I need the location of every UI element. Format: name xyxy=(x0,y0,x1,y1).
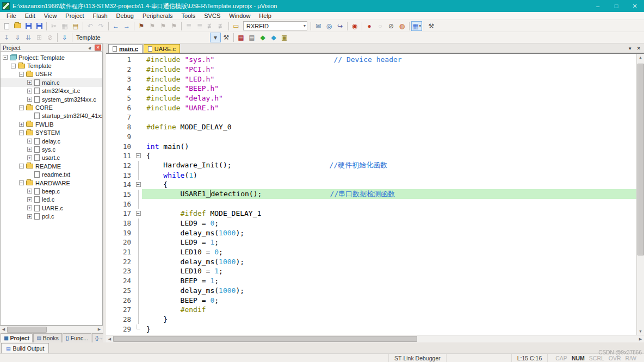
expand-icon[interactable]: + xyxy=(27,80,32,85)
new-file-icon[interactable] xyxy=(1,21,12,31)
package-icon[interactable]: ▣ xyxy=(279,33,290,42)
save-all-icon[interactable] xyxy=(34,21,45,31)
undo-icon[interactable]: ↶ xyxy=(85,21,96,31)
scroll-thumb[interactable] xyxy=(7,327,47,333)
code-line[interactable]: 17− #ifdef MODE_DELAY_1 xyxy=(106,209,636,219)
tree-item[interactable]: −Template xyxy=(1,61,102,70)
tree-item[interactable]: +system_stm32f4xx.c xyxy=(1,95,102,103)
tab-list-dropdown-icon[interactable]: ▾ xyxy=(629,46,631,51)
tree-item[interactable]: +main.c xyxy=(1,78,102,86)
editor-tab-uare-c[interactable]: UARE.c xyxy=(144,44,180,53)
code-line[interactable]: 13 while(1) xyxy=(106,170,636,180)
find-document-icon[interactable]: ◎ xyxy=(324,21,335,31)
find-icon[interactable]: ◉ xyxy=(349,21,360,31)
redo-icon[interactable]: ↷ xyxy=(96,21,107,31)
pack-installer-icon[interactable]: ◆ xyxy=(257,33,268,42)
code-line[interactable]: 24 BEEP = 1; xyxy=(106,276,636,286)
tree-item[interactable]: +usart.c xyxy=(1,154,102,162)
editor-tab-main-c[interactable]: main.c xyxy=(108,44,143,53)
code-line[interactable]: 11−{ xyxy=(106,151,636,161)
flash-download-icon[interactable]: ⇩ xyxy=(59,33,70,42)
tab-project[interactable]: ▦Project xyxy=(1,333,33,342)
code-line[interactable]: 12 Hardware_Init(); //硬件初始化函数 xyxy=(106,161,636,171)
minimize-button[interactable]: – xyxy=(589,0,607,12)
target-select-combo[interactable]: Template xyxy=(74,33,210,42)
expand-icon[interactable]: + xyxy=(27,205,32,210)
menu-flash[interactable]: Flash xyxy=(89,13,112,19)
tab-func[interactable]: {}Func... xyxy=(63,333,91,342)
code-line[interactable]: 14− { xyxy=(106,180,636,190)
fold-collapse-icon[interactable]: − xyxy=(136,153,141,158)
manage-rte-icon[interactable]: ▦ xyxy=(236,33,246,42)
menu-window[interactable]: Window xyxy=(225,13,255,19)
expand-icon[interactable]: + xyxy=(19,122,24,127)
code-line[interactable]: 3#include "LED.h" xyxy=(106,74,636,84)
expand-icon[interactable]: + xyxy=(27,139,32,143)
comment-selection-icon[interactable]: ≢ xyxy=(205,21,216,31)
code-line[interactable]: 27 #endif xyxy=(106,305,636,315)
maximize-button[interactable]: □ xyxy=(607,0,626,12)
code-line[interactable]: 16 xyxy=(106,199,636,209)
tree-item[interactable]: +stm32f4xx_it.c xyxy=(1,87,102,95)
code-line[interactable]: 25 delay_ms(1000); xyxy=(106,286,636,296)
stop-build-icon[interactable]: ⊘ xyxy=(45,33,55,42)
tree-item[interactable]: −Project: Template xyxy=(1,53,102,61)
tree-horizontal-scrollbar[interactable]: ◀ ▶ xyxy=(0,326,103,333)
tree-item[interactable]: +FWLIB xyxy=(1,120,102,128)
menu-svcs[interactable]: SVCS xyxy=(200,13,225,19)
scroll-thumb[interactable] xyxy=(637,64,644,256)
find-in-files-icon[interactable]: ✉ xyxy=(313,21,324,31)
save-icon[interactable] xyxy=(23,21,34,31)
code-editor[interactable]: 1#include "sys.h" // Device header2#incl… xyxy=(106,54,636,335)
menu-view[interactable]: View xyxy=(40,13,61,19)
scroll-left-icon[interactable]: ◀ xyxy=(106,336,113,342)
scroll-up-icon[interactable]: ▲ xyxy=(637,54,644,61)
code-line[interactable]: 1#include "sys.h" // Device header xyxy=(106,55,636,65)
tab-build-output[interactable]: ▤ Build Output xyxy=(1,343,49,353)
fold-margin[interactable]: − xyxy=(134,211,142,216)
toggle-bookmark-icon[interactable]: ⚑ xyxy=(136,21,147,31)
code-line[interactable]: 8#define MODE_DELAY_0 xyxy=(106,122,636,132)
menu-edit[interactable]: Edit xyxy=(21,13,40,19)
comment-icon[interactable]: ▭ xyxy=(231,21,242,31)
find-text-combo[interactable]: RXRFID▾ xyxy=(243,21,307,30)
navigate-forward-icon[interactable]: → xyxy=(121,21,132,31)
file-extensions-icon[interactable]: ▤ xyxy=(246,33,257,42)
kill-all-breakpoints-icon[interactable]: ◍ xyxy=(397,21,407,31)
batch-build-icon[interactable]: ⊞ xyxy=(34,33,45,42)
next-bookmark-icon[interactable]: ⚑ xyxy=(158,21,169,31)
expand-icon[interactable]: + xyxy=(27,189,32,194)
tree-item[interactable]: +led.c xyxy=(1,196,102,204)
code-line[interactable]: 19 delay_ms(1000); xyxy=(106,228,636,238)
editor-vertical-scrollbar[interactable]: ▲ ▼ xyxy=(636,54,644,335)
tab-close-icon[interactable]: ✕ xyxy=(636,46,641,51)
code-line[interactable]: 9 xyxy=(106,132,636,142)
code-line[interactable]: 18 LED9 = 0; xyxy=(106,219,636,228)
close-button[interactable]: ✕ xyxy=(626,0,644,12)
fold-margin[interactable]: − xyxy=(134,153,142,158)
menu-debug[interactable]: Debug xyxy=(112,13,138,19)
code-line[interactable]: 22 delay_ms(1000); xyxy=(106,257,636,266)
code-line[interactable]: 10int main() xyxy=(106,141,636,151)
tree-item[interactable]: +sys.c xyxy=(1,145,102,153)
tree-item[interactable]: +pci.c xyxy=(1,212,102,220)
expand-icon[interactable]: + xyxy=(27,214,32,219)
indent-icon[interactable]: ≣ xyxy=(194,21,205,31)
fold-collapse-icon[interactable]: − xyxy=(136,182,141,187)
pin-icon[interactable]: ► xyxy=(86,44,94,51)
tree-item[interactable]: startup_stm32f40_41xxx.s xyxy=(1,112,102,120)
paste-icon[interactable]: ▤ xyxy=(70,21,81,31)
build-icon[interactable]: ⇓ xyxy=(12,33,23,42)
code-line[interactable]: 2#include "PCI.h" xyxy=(106,65,636,74)
insert-breakpoint-icon[interactable]: ● xyxy=(364,21,375,31)
scroll-right-icon[interactable]: ▶ xyxy=(637,336,644,342)
tree-item[interactable]: −USER xyxy=(1,70,102,78)
expand-icon[interactable]: + xyxy=(27,89,32,93)
tree-item[interactable]: readme.txt xyxy=(1,170,102,178)
code-line[interactable]: 20 LED9 = 1; xyxy=(106,238,636,247)
debug-windows-icon[interactable]: ▦▾ xyxy=(411,21,422,31)
menu-peripherals[interactable]: Peripherals xyxy=(138,13,177,19)
tree-item[interactable]: −HARDWARE xyxy=(1,179,102,187)
tree-item[interactable]: −CORE xyxy=(1,103,102,111)
collapse-icon[interactable]: − xyxy=(19,130,24,135)
